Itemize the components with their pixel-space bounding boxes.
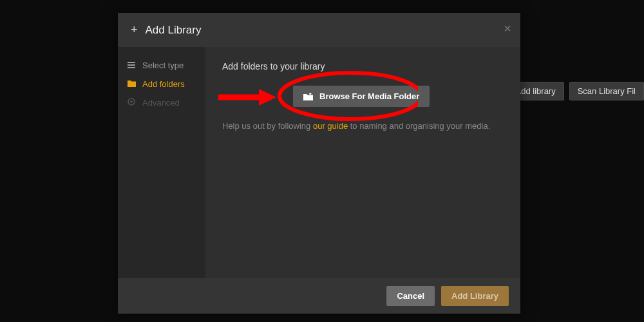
- sidebar-item-label: Select type: [142, 61, 184, 70]
- help-text-prefix: Help us out by following: [222, 121, 313, 131]
- folder-icon: [127, 79, 136, 89]
- browse-button-label: Browse For Media Folder: [319, 91, 419, 101]
- modal-main: Add folders to your library Browse For M…: [205, 47, 520, 278]
- sidebar-item-label: Add folders: [142, 79, 185, 89]
- help-text-suffix: to naming and organising your media.: [348, 121, 490, 131]
- modal-sidebar: Select type Add folders Advanced: [118, 47, 205, 278]
- svg-rect-2: [128, 67, 135, 68]
- sidebar-item-add-folders[interactable]: Add folders: [118, 75, 205, 93]
- close-icon[interactable]: ×: [504, 22, 511, 35]
- svg-rect-0: [128, 62, 135, 63]
- cancel-button[interactable]: Cancel: [386, 286, 435, 306]
- add-library-button[interactable]: Add Library: [441, 286, 509, 306]
- background-action-buttons: Add library Scan Library Fil: [507, 82, 644, 100]
- modal-title: Add Library: [146, 24, 202, 37]
- svg-rect-1: [128, 64, 135, 66]
- browse-media-folder-button[interactable]: Browse For Media Folder: [293, 86, 430, 107]
- svg-rect-6: [309, 93, 312, 94]
- svg-marker-9: [259, 89, 276, 106]
- list-icon: [127, 61, 136, 70]
- main-title: Add folders to your library: [222, 61, 504, 71]
- sidebar-item-select-type[interactable]: Select type: [118, 56, 205, 75]
- sidebar-item-advanced: Advanced: [118, 93, 205, 112]
- help-text: Help us out by following our guide to na…: [222, 121, 504, 131]
- modal-body: Select type Add folders Advanced Add fol…: [118, 47, 520, 278]
- add-library-modal: + Add Library × Select type Add folders: [118, 13, 520, 314]
- modal-footer: Cancel Add Library: [118, 278, 520, 314]
- help-guide-link[interactable]: our guide: [313, 121, 348, 131]
- folder-browse-icon: [303, 93, 313, 100]
- plus-icon: +: [131, 23, 138, 37]
- scan-library-bg-button[interactable]: Scan Library Fil: [569, 82, 644, 100]
- gear-icon: [127, 98, 136, 108]
- modal-header: + Add Library ×: [118, 13, 520, 47]
- sidebar-item-label: Advanced: [142, 98, 180, 108]
- svg-point-4: [130, 100, 133, 103]
